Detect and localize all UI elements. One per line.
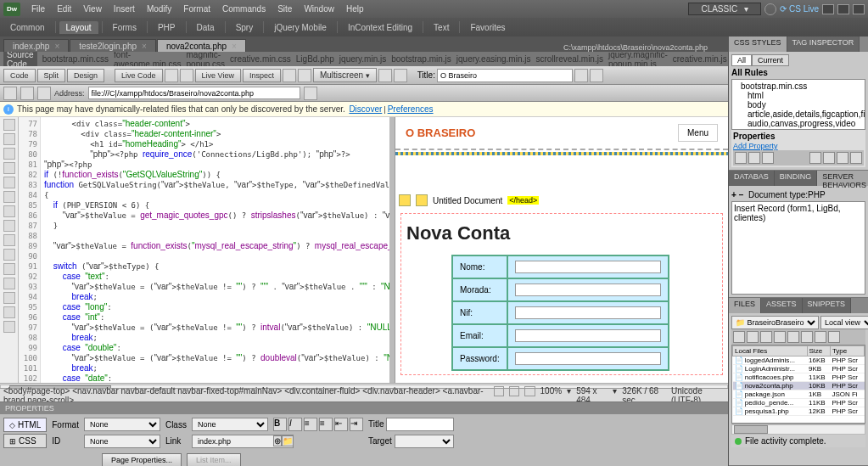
file-row[interactable]: 📄 LoginAdministr...9KBPHP Scr	[733, 365, 865, 373]
insert-tab-jquerymobile[interactable]: jQuery Mobile	[267, 21, 333, 34]
target-select[interactable]	[395, 435, 454, 448]
filetab-index[interactable]: index.php×	[3, 39, 69, 52]
status-icon[interactable]	[524, 386, 535, 396]
inspect[interactable]: Inspect	[243, 69, 281, 82]
preview-menu[interactable]: Menu	[678, 124, 718, 142]
inspect-icon1[interactable]	[283, 69, 296, 82]
src-file[interactable]: jquery.magnific-popup.min.js	[608, 52, 668, 66]
gutter-icon[interactable]	[3, 148, 15, 160]
menu-site[interactable]: Site	[272, 4, 298, 14]
multiscreen[interactable]: Multiscreen ▾	[313, 68, 377, 82]
file-row[interactable]: 📄 package.json1KBJSON Fi	[733, 390, 865, 399]
split-view[interactable]: Split	[37, 69, 66, 82]
src-file[interactable]: font-awesome.min.css	[114, 52, 181, 66]
file-row[interactable]: 📄 loggedAdminis...16KBPHP Scr	[733, 357, 865, 365]
file-scrollbar[interactable]	[734, 425, 768, 434]
menu-help[interactable]: Help	[340, 4, 370, 14]
addr-go-icon[interactable]	[304, 87, 317, 100]
indent-btn[interactable]: ⇤	[334, 418, 348, 431]
src-file[interactable]: magnific-popup.css	[187, 52, 226, 66]
behaviors-list[interactable]: Insert Record (form1, LigBd, clientes)	[731, 201, 865, 295]
css-props-tab[interactable]: ⊞ CSS	[3, 434, 47, 448]
menu-window[interactable]: Window	[298, 4, 340, 14]
address-input[interactable]	[88, 87, 300, 99]
insert-tab-common[interactable]: Common	[3, 21, 52, 34]
menu-commands[interactable]: Commands	[216, 4, 272, 14]
gutter-icon[interactable]	[3, 306, 15, 318]
list-btn[interactable]: ≡	[304, 418, 317, 431]
files-tab[interactable]: FILES	[729, 298, 761, 313]
gutter-icon[interactable]	[3, 292, 15, 304]
src-file[interactable]: bootstrap.min.js	[391, 54, 451, 64]
view-select[interactable]: Local view	[820, 316, 868, 329]
gutter-icon[interactable]	[3, 205, 15, 217]
src-file[interactable]: creative.min.js	[673, 54, 727, 64]
live-view[interactable]: Live View	[195, 69, 241, 82]
add-property-link[interactable]: Add Property	[733, 142, 778, 150]
insert-tab-php[interactable]: PHP	[151, 21, 182, 34]
window-btn-1[interactable]	[822, 4, 834, 14]
window-btn-2[interactable]	[837, 4, 849, 14]
src-file[interactable]: bootstrap.min.css	[42, 54, 109, 64]
inspect-icon2[interactable]	[298, 69, 311, 82]
server-behaviors-tab[interactable]: SERVER BEHAVIORS	[817, 171, 868, 186]
src-file[interactable]: scrollreveal.min.js	[535, 54, 602, 64]
file-tool-icon[interactable]	[760, 331, 772, 343]
list-btn2[interactable]: ≡	[319, 418, 333, 431]
menu-format[interactable]: Format	[177, 4, 216, 14]
properties-header[interactable]: PROPERTIES	[0, 402, 728, 414]
search-icon[interactable]	[764, 3, 776, 15]
design-preview[interactable]: O BRASEIRO Menu Untitled Document </head…	[395, 117, 728, 383]
bold-btn[interactable]: B	[273, 418, 287, 431]
gutter-icon[interactable]	[3, 263, 15, 275]
menu-view[interactable]: View	[77, 4, 108, 14]
gutter-icon[interactable]	[3, 278, 15, 289]
all-subtab[interactable]: All	[731, 54, 752, 66]
file-tool-icon[interactable]	[747, 331, 759, 343]
back-icon[interactable]	[3, 87, 17, 100]
page-properties-btn[interactable]: Page Properties...	[102, 453, 182, 466]
snippets-tab[interactable]: SNIPPETS	[803, 298, 852, 313]
gutter-icon[interactable]	[3, 119, 15, 131]
css-tool-icon[interactable]	[762, 152, 774, 164]
insert-tab-incontextediting[interactable]: InContext Editing	[341, 21, 419, 34]
title-icon2[interactable]	[590, 69, 603, 82]
current-subtab[interactable]: Current	[752, 54, 789, 66]
src-file[interactable]: creative.min.css	[230, 54, 291, 64]
file-tool-icon[interactable]	[801, 331, 813, 343]
bindings-tab[interactable]: BINDING	[775, 171, 818, 186]
filetab-teste2login[interactable]: teste2login.php×	[70, 39, 156, 52]
menu-insert[interactable]: Insert	[108, 4, 141, 14]
file-tool-icon[interactable]	[828, 331, 840, 343]
link-browse-icon[interactable]: 📁	[282, 435, 294, 446]
src-file[interactable]: jquery.easing.min.js	[456, 54, 531, 64]
html-props-tab[interactable]: ◇ HTML	[3, 418, 47, 432]
insert-tab-text[interactable]: Text	[427, 21, 456, 34]
status-icon[interactable]	[509, 386, 519, 396]
gutter-icon[interactable]	[3, 191, 15, 203]
file-tool-icon[interactable]	[815, 331, 826, 343]
gutter-icon[interactable]	[3, 321, 15, 333]
status-icon[interactable]	[494, 386, 504, 396]
css-styles-tab[interactable]: CSS STYLES	[729, 36, 787, 52]
live-code[interactable]: Live Code	[115, 69, 163, 82]
fwd-icon[interactable]	[20, 87, 34, 100]
file-tool-icon[interactable]	[774, 331, 786, 343]
file-row[interactable]: 📄 pesquisa1.php12KBPHP Scr	[733, 407, 865, 416]
file-list[interactable]: Local FilesSizeType📄 loggedAdminis...16K…	[731, 345, 865, 424]
insert-tab-spry[interactable]: Spry	[229, 21, 260, 34]
gutter-icon[interactable]	[3, 177, 15, 188]
livecode-icon[interactable]	[165, 69, 178, 82]
insert-tab-data[interactable]: Data	[190, 21, 221, 34]
src-file[interactable]: LigBd.php	[296, 54, 334, 64]
ms-icon1[interactable]	[378, 69, 392, 82]
code-editor[interactable]: 77 78 79 80 81 82 83 84 85 86 87 88 89 9…	[19, 117, 389, 383]
css-tool-icon[interactable]	[748, 152, 760, 164]
insert-tab-layout[interactable]: Layout	[59, 21, 98, 34]
gutter-icon[interactable]	[3, 133, 15, 145]
src-file[interactable]: jquery.min.js	[339, 54, 386, 64]
livecode-icon2[interactable]	[180, 69, 193, 82]
outdent-btn[interactable]: ⇥	[350, 418, 363, 431]
title-icon1[interactable]	[574, 69, 588, 82]
css-tool-icon[interactable]	[837, 152, 848, 164]
